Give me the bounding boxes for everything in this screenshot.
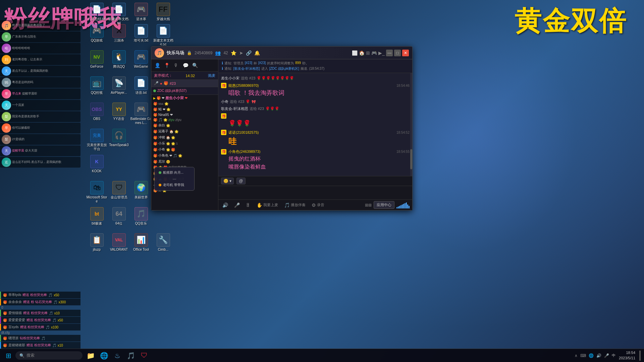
play-music-button[interactable]: 🎵 播放伴奏 [283,202,307,208]
sidebar-user-xiaole[interactable]: 🎁 小乐 🌟 🌟 1 [151,140,218,146]
sidebar-user-guanmozi[interactable]: 🎁 冠蓦子 🏠 🌟 [151,128,218,134]
desktop-icon-qq-youxi[interactable]: 🎮 QQ游戏 [86,24,108,47]
mic-button[interactable]: 🎤 [233,202,241,208]
desktop-icon-kook[interactable]: K KOOK [86,155,108,173]
sidebar-mic-icon[interactable]: 🎙 [172,61,180,69]
window-close-button[interactable]: ✕ [402,50,409,56]
desktop-icon-valorant[interactable]: VAL VALORANT [108,233,130,252]
taskbar-file-explorer[interactable]: 📁 [85,350,97,362]
desktop-icon-sanguosha[interactable]: ⚔ 三国杀 [108,24,130,47]
msg-text: 🌹🌹🌹 [221,119,410,128]
desktop-icon-wegame[interactable]: 🎮 WeGame [130,50,152,69]
grid-view-icon[interactable]: ⊞⊞ [365,203,372,207]
show-desktop-button[interactable] [639,351,641,361]
terminal-icon[interactable]: ▶_ [378,50,385,56]
desktop-icon-chuanyue-huoxian[interactable]: FF 穿越火线 [152,3,174,25]
at-button[interactable]: @ [236,178,245,184]
desktop-icon-jiluzp[interactable]: 📋 jiluzp [86,233,108,252]
sidebar-chat-icon[interactable]: 💬 [181,61,190,69]
popup-dot-2 [159,184,161,186]
desktop-icon-meili[interactable]: 🌍 美丽世界 [130,181,152,203]
sidebar-user-xiaojuese[interactable]: 🎁 小角色 ❤ 🎵 🌟 [151,153,218,159]
taskbar-music[interactable]: 🎵 [125,350,137,362]
window-minimize-button[interactable]: — [386,50,393,56]
notif-avatar: 梨 [2,112,11,121]
sidebar-user-chashengxiaoxiaosong[interactable]: ▶ 🎁 ❤ 差生小小宋 ❤ [151,95,218,101]
tray-keyboard[interactable]: ⌨ [580,353,587,359]
gamepad-icon[interactable]: 🎮 [371,50,377,56]
chat-scrollbar[interactable] [410,73,412,176]
tray-arrow[interactable]: ∧ [574,353,578,359]
channel-section-header: ZDC 战队pk赛(537) [151,87,218,95]
desktop-icon-tencent-qq[interactable]: 🐧 腾讯QQ [108,50,130,69]
username: 小角色(246398973) [228,149,260,154]
desktop-icon-teamspeak[interactable]: 🎧 TeamSpeak3 [108,129,130,151]
expand-icon[interactable]: ⬜ [352,50,358,56]
gift-notif-item: 🎁 蒂蒂tyds 赠送 粉丝荧光棒 🎵 x50 [0,292,80,298]
window-titlebar: 🎵 快乐马场 🔒 24540869 👥 42 ⭐ ➤ 🔗 🔔 ⬜ 🏠 ⊞ 🎮 ▶… [151,47,412,59]
throw-mic-button[interactable]: 抛麦 [208,73,215,78]
active-mic-indicator: 🎤 ● 🎁 #23 [151,80,218,87]
sidebar-user-yubai[interactable]: 🎁 余白 🌟 [151,122,218,128]
desktop-icon-yy[interactable]: YY YY语音 [108,103,130,125]
desktop-icon-battlestate[interactable]: 🎮 Battlestate Games L... [130,103,152,125]
popup-item-1[interactable]: 船摇群 向月... [157,169,192,176]
sidebar-person-icon[interactable]: 👤 [153,61,161,69]
speaker-button[interactable]: 🔊 [221,202,229,208]
desktop-icon-nishuihan[interactable]: 🎮 逆水寒 [130,3,152,25]
record-button[interactable]: ⚙ 录音 [310,202,326,208]
desktop-icon-qq-kongshi[interactable]: 📺 QQ控视 [86,76,108,95]
desktop-icon-takeful[interactable]: 📄 塔可夫.txt [130,24,152,47]
sidebar-user-xiaoqi[interactable]: 🎁 小奇 🌟 🎁 [151,146,218,153]
taskbar-antivirus[interactable]: 🛡 [138,350,150,362]
desktop-icon-obs[interactable]: OBS OBS [86,103,108,125]
desktop-icon-microsoft-store[interactable]: 🛍 Microsoft Store [86,181,108,203]
sidebar-user-nier[interactable]: 🎁 尼尔 😊 [151,159,218,165]
sound-settings-button[interactable]: 🎚 [245,202,252,208]
tray-mic[interactable]: 🎤 [603,353,610,359]
desktop-icon-office-tool[interactable]: 📊 Office Tool [130,233,152,252]
sidebar-user-kun[interactable]: 🎁 鲲 ❤ 🌟 [151,106,218,112]
sidebar-user-ziyu[interactable]: 🎁 🎵 🌟 ziyu ziyu [151,117,218,122]
taskbar-steam[interactable]: ♨ [111,350,123,362]
desktop-icon-airplayer[interactable]: 📡 AirPlayer... [108,76,130,95]
desktop-icon-bit[interactable]: bt bit极速 [86,207,108,226]
sidebar-user-chongzhu[interactable]: 🎁 冲猪 🏠 🌟 [151,134,218,140]
desktop-icon-wanmei[interactable]: 完美 完美世界竞技平台 [86,129,108,151]
username: 诺诺(2100182575) [228,130,259,135]
notif-avatar: 95 [2,78,11,87]
desktop-icon-baiyuezongji[interactable]: 📄 八月总结.txt [86,3,108,25]
notif-avatar: 🎵 [2,21,11,30]
notif-avatar: 天 [2,66,11,76]
app-center-button[interactable]: 应用中心 [374,201,394,209]
want-mic-button[interactable]: ✋ 我要上麦 [255,202,279,208]
taskbar-search-bar[interactable]: 🔍 搜索 [15,351,83,360]
sidebar-user-994[interactable]: 🎁 994 🌟 [151,101,218,106]
desktop-icon-jinshan[interactable]: 🛡 金山管理员 [108,181,130,203]
start-button[interactable]: ⊞ [3,351,13,361]
grid-icon[interactable]: ⊞ [366,50,370,56]
tray-network[interactable]: 🌐 [588,353,594,359]
desktop-icon-xinjian4[interactable]: 📄 新建文本文档4.txt [152,24,174,47]
desktop-icon-cimb[interactable]: 🔧 Cimb... [152,233,174,252]
emoji-picker-button[interactable]: 😊 ▾ [221,178,234,184]
tray-sound[interactable]: 🔊 [596,353,602,359]
window-maximize-button[interactable]: □ [394,50,401,56]
home-icon[interactable]: 🏠 [359,50,365,56]
gift-line: 小奇 送给 #23 🌹 🎀 [221,99,410,104]
desktop-icon-qq-music[interactable]: 🎵 QQ音乐 [130,207,152,226]
desktop-icon-geforce[interactable]: NV GeForce [86,50,108,69]
desktop-icon-xinjian-wenben[interactable]: 📄 新建文本文档.txt [108,3,130,25]
popup-item-2[interactable]: 老司机 带带我 [157,182,192,188]
desktop-icon-64bit[interactable]: 64 64位 [108,207,130,226]
tray-lang[interactable]: 中 [611,352,616,359]
gift-sender: 差生小小宋 [221,76,239,81]
sidebar-search-icon[interactable]: 🔍 [191,61,199,69]
desktop-icon-yuyin-txt[interactable]: 📄 语音.txt [130,76,152,95]
taskbar-edge[interactable]: 🌐 [98,350,110,362]
sidebar-user-nina95[interactable]: 🎁 Nina95 ❤ [151,112,218,117]
sidebar-user-list[interactable]: ▶ 🎁 ❤ 差生小小宋 ❤ 🎁 994 🌟 🎁 鲲 ❤ 🌟 [151,95,218,210]
message-input[interactable] [218,186,412,199]
notif-avatar: 近 [2,158,11,167]
sidebar-location-icon[interactable]: 📍 [163,61,171,69]
